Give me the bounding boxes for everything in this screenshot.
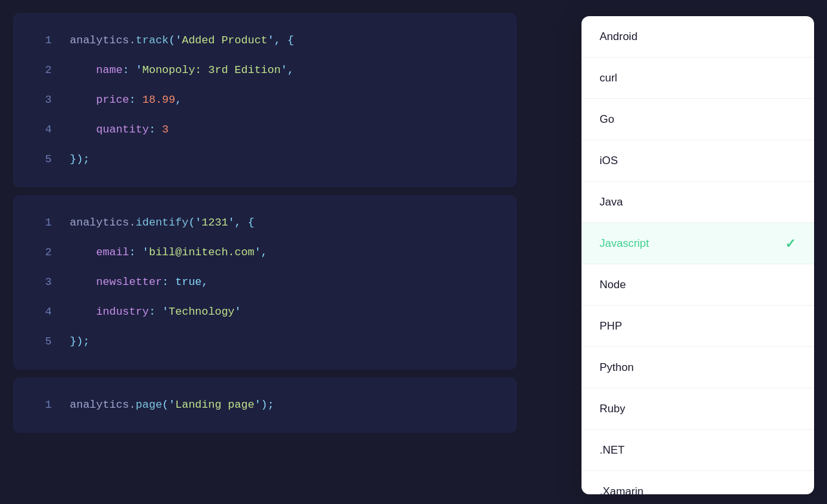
dropdown-item-java[interactable]: Java	[581, 182, 814, 223]
line-number: 2	[26, 56, 52, 85]
line-number: 5	[26, 327, 52, 357]
code-block-block1: 1analytics.track('Added Product', {2 nam…	[13, 13, 517, 187]
item-label: .Xamarin	[600, 485, 644, 494]
item-label: Javascript	[600, 237, 649, 250]
code-content: analytics.identify('1231', {	[70, 208, 255, 238]
line-number: 1	[26, 208, 52, 238]
code-content: quantity: 3	[70, 115, 169, 145]
item-label: Java	[600, 196, 623, 209]
code-line: 2 email: 'bill@initech.com',	[13, 238, 517, 268]
line-number: 4	[26, 115, 52, 145]
code-block-block2: 1analytics.identify('1231', {2 email: 'b…	[13, 195, 517, 370]
code-line: 2 name: 'Monopoly: 3rd Edition',	[13, 56, 517, 85]
line-number: 2	[26, 238, 52, 268]
dropdown-item-android[interactable]: Android	[581, 16, 814, 58]
item-label: Go	[600, 113, 614, 126]
check-icon: ✓	[785, 236, 796, 251]
line-number: 3	[26, 268, 52, 297]
code-content: industry: 'Technology'	[70, 297, 241, 327]
line-number: 1	[26, 26, 52, 56]
code-content: newsletter: true,	[70, 268, 208, 297]
dropdown-item-node[interactable]: Node	[581, 264, 814, 306]
dropdown-item-javascript[interactable]: Javascript✓	[581, 223, 814, 264]
code-line: 4 quantity: 3	[13, 115, 517, 145]
dropdown-item-dotnet[interactable]: .NET	[581, 430, 814, 471]
dropdown-item-ruby[interactable]: Ruby	[581, 388, 814, 430]
dropdown-item-curl[interactable]: curl	[581, 58, 814, 99]
item-label: Python	[600, 361, 634, 374]
dropdown-item-go[interactable]: Go	[581, 99, 814, 140]
item-label: curl	[600, 72, 617, 85]
code-line: 5});	[13, 145, 517, 174]
code-line: 1analytics.identify('1231', {	[13, 208, 517, 238]
item-label: Node	[600, 278, 626, 291]
dropdown-item-xamarin[interactable]: .Xamarin	[581, 471, 814, 494]
item-label: Ruby	[600, 403, 625, 415]
code-content: analytics.track('Added Product', {	[70, 26, 294, 56]
code-line: 5});	[13, 327, 517, 357]
code-area: 1analytics.track('Added Product', {2 nam…	[0, 0, 530, 504]
dropdown-item-ios[interactable]: iOS	[581, 140, 814, 182]
code-line: 4 industry: 'Technology'	[13, 297, 517, 327]
code-block-block3: 1analytics.page('Landing page');	[13, 377, 517, 433]
code-line: 1analytics.page('Landing page');	[13, 390, 517, 420]
dropdown-item-php[interactable]: PHP	[581, 306, 814, 347]
language-dropdown[interactable]: AndroidcurlGoiOSJavaJavascript✓NodePHPPy…	[581, 16, 814, 494]
item-label: iOS	[600, 154, 618, 167]
code-content: name: 'Monopoly: 3rd Edition',	[70, 56, 294, 85]
item-label: PHP	[600, 320, 622, 333]
code-content: analytics.page('Landing page');	[70, 390, 274, 420]
code-content: });	[70, 145, 90, 174]
dropdown-item-python[interactable]: Python	[581, 347, 814, 388]
code-content: email: 'bill@initech.com',	[70, 238, 267, 268]
code-line: 1analytics.track('Added Product', {	[13, 26, 517, 56]
line-number: 5	[26, 145, 52, 174]
item-label: Android	[600, 30, 638, 43]
code-content: });	[70, 327, 90, 357]
line-number: 1	[26, 390, 52, 420]
line-number: 3	[26, 85, 52, 115]
line-number: 4	[26, 297, 52, 327]
code-line: 3 newsletter: true,	[13, 268, 517, 297]
item-label: .NET	[600, 444, 625, 457]
code-content: price: 18.99,	[70, 85, 182, 115]
code-line: 3 price: 18.99,	[13, 85, 517, 115]
